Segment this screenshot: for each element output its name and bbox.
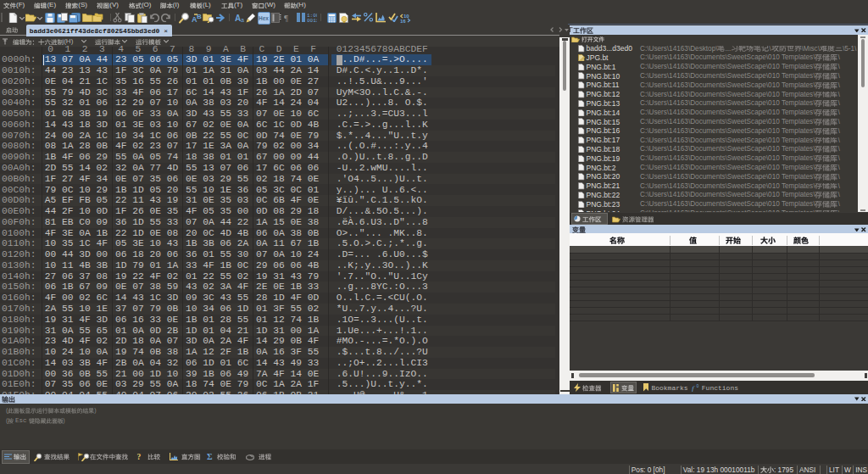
svg-text:0011: 0011 bbox=[307, 18, 317, 22]
svg-text:a: a bbox=[241, 17, 244, 23]
svg-text:f: f bbox=[692, 384, 695, 393]
svg-text:16: 16 bbox=[400, 19, 406, 24]
svg-text:0: 0 bbox=[697, 383, 699, 388]
svg-text:¶: ¶ bbox=[284, 13, 288, 22]
